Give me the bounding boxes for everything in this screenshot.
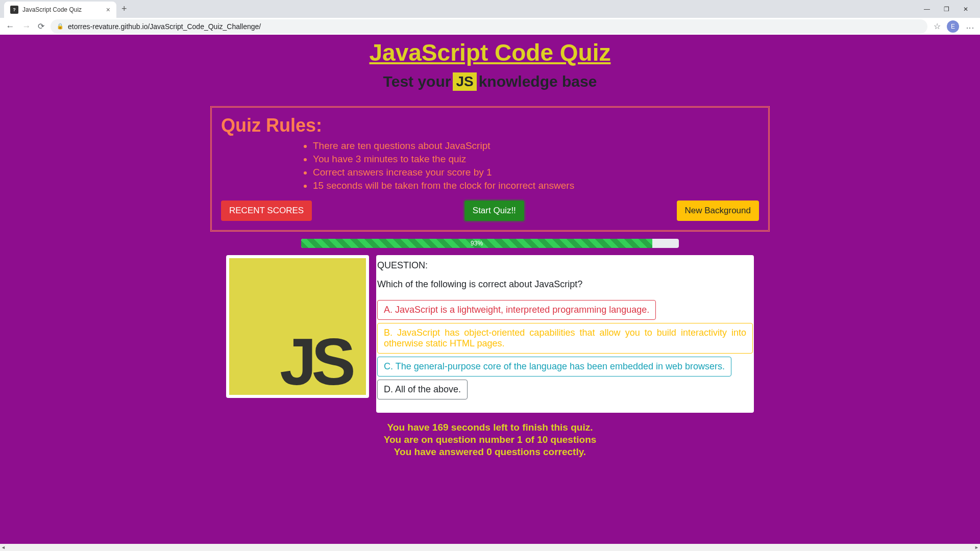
forward-icon[interactable]: → <box>21 21 32 32</box>
scroll-left-icon[interactable]: ◄ <box>1 545 6 550</box>
rule-item: 15 seconds will be taken from the clock … <box>313 180 759 191</box>
progress-container: 93% <box>301 239 679 248</box>
maximize-icon[interactable]: ❐ <box>941 6 951 13</box>
answer-option-a[interactable]: A. JavaScript is a lightweight, interpre… <box>377 300 656 320</box>
quiz-row: JS QUESTION: Which of the following is c… <box>0 255 980 413</box>
question-card: QUESTION: Which of the following is corr… <box>376 255 754 413</box>
rules-list: There are ten questions about JavaScript… <box>221 140 759 191</box>
page-viewport: JavaScript Code Quiz Test your JS knowle… <box>0 35 980 544</box>
back-icon[interactable]: ← <box>5 21 15 32</box>
rules-box: Quiz Rules: There are ten questions abou… <box>210 106 770 232</box>
rules-heading: Quiz Rules: <box>221 115 759 136</box>
status-correct-count: You have answered 0 questions correctly. <box>0 446 980 458</box>
progress-label: 93% <box>471 240 483 247</box>
bookmark-star-icon[interactable]: ☆ <box>934 21 941 31</box>
page-title: JavaScript Code Quiz <box>0 35 980 66</box>
answer-option-d[interactable]: D. All of the above. <box>377 380 468 399</box>
question-text: Which of the following is correct about … <box>376 279 754 290</box>
rule-item: You have 3 minutes to take the quiz <box>313 154 759 165</box>
page-content: JavaScript Code Quiz Test your JS knowle… <box>0 35 980 469</box>
tab-row: ? JavaScript Code Quiz × + — ❐ ✕ <box>0 0 980 18</box>
status-lines: You have 169 seconds left to finish this… <box>0 422 980 458</box>
reload-icon[interactable]: ⟳ <box>38 21 44 31</box>
recent-scores-button[interactable]: RECENT SCORES <box>221 201 312 221</box>
js-logo-card: JS <box>226 255 369 398</box>
tab-favicon-icon: ? <box>10 6 18 14</box>
page-subtitle: Test your JS knowledge base <box>0 72 980 91</box>
subtitle-prefix: Test your <box>383 73 451 90</box>
status-question-number: You are on question number 1 of 10 quest… <box>0 434 980 445</box>
status-time: You have 169 seconds left to finish this… <box>0 422 980 433</box>
address-row: ← → ⟳ 🔒 etorres-revature.github.io/JavaS… <box>0 18 980 35</box>
scroll-right-icon[interactable]: ► <box>974 545 979 550</box>
button-row: RECENT SCORES Start Quiz!! New Backgroun… <box>221 201 759 221</box>
js-logo-icon: JS <box>229 258 366 395</box>
horizontal-scrollbar[interactable]: ◄ ► <box>0 544 980 551</box>
answer-option-b[interactable]: B. JavaScript has object-oriented capabi… <box>377 323 753 354</box>
rule-item: There are ten questions about JavaScript <box>313 140 759 152</box>
new-background-button[interactable]: New Background <box>677 201 759 221</box>
tab-close-icon[interactable]: × <box>106 6 110 14</box>
progress-bar: 93% <box>301 239 652 248</box>
profile-avatar[interactable]: E <box>947 20 959 33</box>
tab-title: JavaScript Code Quiz <box>22 6 82 13</box>
url-text: etorres-revature.github.io/JavaScript_Co… <box>68 22 261 31</box>
menu-dots-icon[interactable]: ⋮ <box>965 24 975 29</box>
answer-option-c[interactable]: C. The general-purpose core of the langu… <box>377 357 731 377</box>
question-label: QUESTION: <box>376 260 754 271</box>
rule-item: Correct answers increase your score by 1 <box>313 167 759 178</box>
url-bar[interactable]: 🔒 etorres-revature.github.io/JavaScript_… <box>51 19 927 34</box>
close-window-icon[interactable]: ✕ <box>961 6 971 13</box>
minimize-icon[interactable]: — <box>922 6 932 13</box>
browser-tab[interactable]: ? JavaScript Code Quiz × <box>4 2 116 18</box>
js-logo-text: JS <box>280 329 351 395</box>
subtitle-suffix: knowledge base <box>479 73 597 90</box>
answers-container: A. JavaScript is a lightweight, interpre… <box>376 300 754 403</box>
new-tab-button[interactable]: + <box>121 4 127 14</box>
window-controls: — ❐ ✕ <box>922 6 980 13</box>
start-quiz-button[interactable]: Start Quiz!! <box>464 201 524 221</box>
browser-chrome: ? JavaScript Code Quiz × + — ❐ ✕ ← → ⟳ 🔒… <box>0 0 980 35</box>
js-badge-icon: JS <box>453 72 476 91</box>
lock-icon: 🔒 <box>57 23 64 30</box>
